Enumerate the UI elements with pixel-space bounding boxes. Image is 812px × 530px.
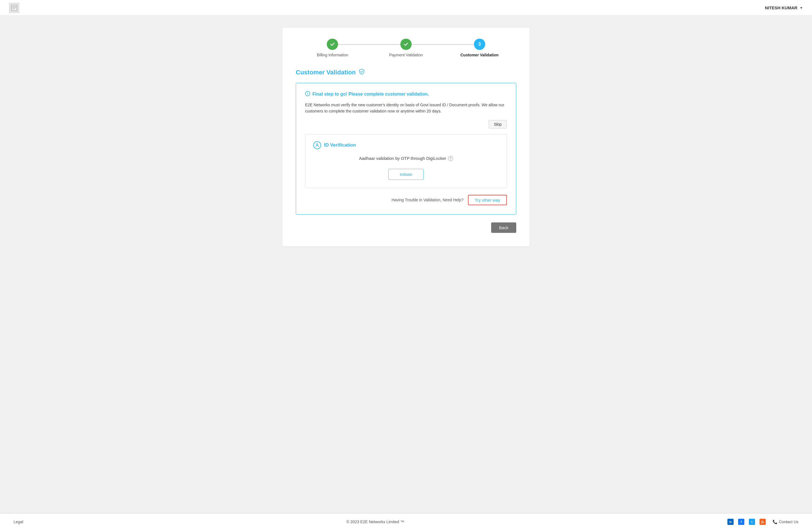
person-icon (313, 141, 321, 149)
step-label-customer: Customer Validation (460, 53, 498, 57)
logo (9, 3, 19, 13)
header: NITESH KUMAR ▼ (0, 0, 812, 16)
trouble-row: Having Trouble in Validation, Need Help?… (305, 195, 507, 205)
chevron-down-icon: ▼ (800, 6, 803, 10)
footer-social-icons: in f t (727, 519, 766, 525)
back-button[interactable]: Back (491, 222, 516, 233)
facebook-icon[interactable]: f (738, 519, 744, 525)
step-billing: Billing Information (296, 39, 369, 57)
footer: Legal © 2023 E2E Networks Limited ™ in f… (0, 513, 812, 530)
info-header: i Final step to go! Please complete cust… (305, 91, 507, 97)
twitter-icon[interactable]: t (749, 519, 755, 525)
step-payment: Payment Validation (369, 39, 443, 57)
svg-rect-0 (11, 5, 17, 11)
step-label-payment: Payment Validation (389, 53, 423, 57)
info-text: E2E Networks must verify the new custome… (305, 102, 507, 115)
skip-row: Skip (305, 120, 507, 129)
step-customer: 3 Customer Validation (443, 39, 516, 57)
svg-point-6 (317, 144, 318, 145)
footer-legal[interactable]: Legal (14, 519, 23, 524)
main-card: Billing Information Payment Validation 3… (282, 27, 530, 247)
stepper: Billing Information Payment Validation 3… (296, 39, 516, 57)
info-box: i Final step to go! Please complete cust… (296, 83, 516, 215)
step-circle-payment (400, 39, 412, 50)
phone-icon: 📞 (772, 519, 777, 524)
back-row: Back (296, 222, 516, 233)
id-verification-box: ID Verification Aadhaar validation by OT… (305, 134, 507, 188)
try-other-way-button[interactable]: Try other way (468, 195, 507, 205)
footer-contact[interactable]: 📞 Contact Us (772, 519, 798, 524)
id-verification-title: ID Verification (313, 141, 499, 149)
trouble-text: Having Trouble in Validation, Need Help? (392, 197, 464, 202)
step-circle-customer: 3 (474, 39, 485, 50)
user-menu[interactable]: NITESH KUMAR ▼ (765, 5, 803, 10)
svg-text:i: i (307, 92, 308, 95)
section-title: Customer Validation (296, 69, 516, 76)
verification-method-text: Aadhaar validation by OTP through DigiLo… (359, 156, 446, 161)
linkedin-icon[interactable]: in (727, 519, 734, 525)
info-icon: i (305, 91, 310, 97)
section-title-text: Customer Validation (296, 69, 356, 76)
svg-point-7 (761, 523, 762, 524)
step-circle-billing (327, 39, 338, 50)
id-verification-label: ID Verification (324, 142, 356, 148)
initiate-row: Initiate (313, 169, 499, 180)
footer-contact-label: Contact Us (779, 519, 798, 524)
shield-icon (359, 69, 365, 76)
step-label-billing: Billing Information (317, 53, 348, 57)
main-content: Billing Information Payment Validation 3… (0, 16, 812, 513)
verification-method: Aadhaar validation by OTP through DigiLo… (313, 156, 499, 161)
info-header-text: Final step to go! Please complete custom… (313, 92, 429, 97)
rss-icon[interactable] (759, 519, 766, 525)
user-name: NITESH KUMAR (765, 5, 797, 10)
help-icon[interactable]: ? (448, 156, 453, 161)
initiate-button[interactable]: Initiate (388, 169, 424, 180)
footer-copyright: © 2023 E2E Networks Limited ™ (347, 519, 404, 524)
skip-button[interactable]: Skip (489, 120, 507, 129)
